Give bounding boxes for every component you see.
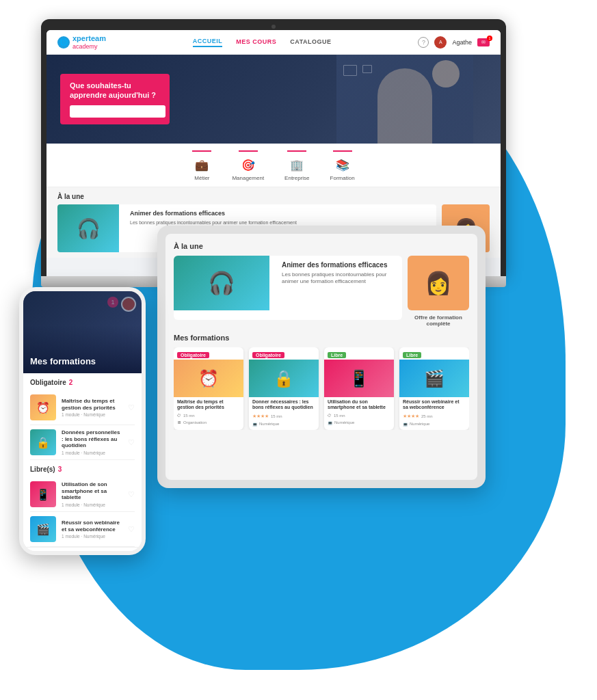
type-icon-3: 💻 (328, 420, 332, 425)
tablet-alaune-main-title: Animer des formations efficaces (282, 261, 397, 269)
phone-course-meta-3: 1 module · Numérique (62, 502, 122, 507)
phone-screen: 1 Mes formations Obligatoire 2 (23, 291, 142, 551)
user-name: Agathe (452, 39, 472, 46)
entreprise-icon: 🏢 (287, 157, 306, 173)
type-icon-2: 💻 (252, 422, 257, 427)
phone-video-icon: 🎬 (36, 523, 50, 536)
tablet-headphone-icon: 🎧 (208, 270, 235, 296)
mail-badge: 1 (487, 36, 492, 41)
metier-label: Métier (194, 175, 209, 181)
help-icon[interactable]: ? (418, 37, 429, 48)
phone-thumb-3: 📱 (30, 481, 56, 507)
phone-course-info-4: Réussir son webinaire et sa webconférenc… (62, 520, 122, 539)
phone-course-item-1[interactable]: ⏰ Maîtrise du temps et gestion des prior… (30, 390, 135, 425)
management-icon: 🎯 (239, 157, 258, 173)
phone-course-meta-2: 1 module · Numérique (62, 450, 122, 455)
type-icon-4: 💻 (403, 422, 408, 427)
laptop-camera (271, 25, 276, 29)
tablet-course-card-1[interactable]: Obligatoire ⏰ Maîtrise du temps et gesti… (174, 347, 243, 430)
heart-icon-3[interactable]: ♡ (128, 490, 135, 499)
category-entreprise[interactable]: 🏢 Entreprise (284, 150, 309, 181)
tablet-course-card-3[interactable]: Libre 📱 Utilisation du son smartphone et… (324, 347, 394, 430)
mail-icon[interactable]: ✉1 (477, 38, 490, 46)
course-img-2: 🔒 (249, 360, 319, 397)
alaune-main-image: 🎧 (57, 204, 119, 252)
category-management[interactable]: 🎯 Management (232, 150, 264, 181)
laptop-menu: ACCUEIL MES COURS CATALOGUE (193, 38, 332, 47)
category-metier[interactable]: 💼 Métier (192, 150, 211, 181)
tablet-alaune-text: Animer des formations efficaces Les bonn… (276, 256, 402, 320)
clock-3: ⏱ (328, 414, 332, 418)
phone-obligatoire-section: Obligatoire 2 ⏰ Maîtrise du temps et ges… (23, 373, 142, 460)
phone-device: 1 Mes formations Obligatoire 2 (19, 287, 146, 555)
course-title-4: Réussir son webinaire et sa webconférenc… (399, 397, 469, 412)
tablet-course-card-4[interactable]: Libre 🎬 Réussir son webinaire et sa webc… (399, 347, 469, 430)
course-meta-2: ★★★★ 15 mn (249, 412, 319, 420)
stars-2: ★★★★ (252, 414, 269, 419)
phone-course-title-1: Maîtrise du temps et gestion des priorit… (62, 398, 122, 411)
nav-catalogue[interactable]: CATALOGUE (290, 38, 331, 46)
clock-small-icon: ⏱ (177, 414, 181, 418)
course-meta-4: ★★★★ 25 mn (399, 412, 469, 420)
phone-thumb-2: 🔒 (30, 429, 56, 455)
course-img-1: ⏰ (174, 360, 243, 397)
course-type-2: 💻 Numérique (249, 420, 319, 430)
hero-content: Que souhaites-tu apprendre aujourd'hui ? (60, 74, 170, 125)
course-meta-1: ⏱ 15 mn (174, 412, 243, 419)
tablet-alaune-image: 🎧 (174, 256, 269, 310)
phone-thumb-1: ⏰ (30, 394, 56, 420)
entreprise-label: Entreprise (284, 175, 309, 181)
course-meta-3: ⏱ 15 mn (324, 412, 394, 419)
phone-course-item-4[interactable]: 🎬 Réussir son webinaire et sa webconfére… (30, 512, 135, 547)
phone-course-info-3: Utilisation de son smartphone et sa tabl… (62, 481, 122, 507)
heart-icon-2[interactable]: ♡ (128, 438, 135, 447)
hero-search-bar[interactable] (70, 105, 165, 118)
user-avatar: A (434, 36, 447, 49)
nav-right: ? A Agathe ✉1 (418, 36, 490, 49)
phone-course-meta-4: 1 module · Numérique (62, 534, 122, 539)
phone-obligatoire-count: 2 (69, 379, 73, 386)
phone-mobile-icon: 📱 (36, 488, 50, 501)
phone-content-area: Obligatoire 2 ⏰ Maîtrise du temps et ges… (23, 373, 142, 547)
phone-clock-icon: ⏰ (36, 401, 50, 414)
tablet-side-image: 👩 (408, 256, 469, 310)
phone-course-title-4: Réussir son webinaire et sa webconférenc… (62, 520, 122, 533)
category-line (333, 150, 352, 152)
tablet-course-card-2[interactable]: Obligatoire 🔒 Donner nécessaires : les b… (249, 347, 319, 430)
heart-icon-1[interactable]: ♡ (128, 403, 135, 412)
tablet-side-column: 👩 Offre de formation complète (408, 256, 469, 327)
phone-libre-label: Libre(s) (30, 466, 55, 473)
course-img-4: 🎬 (399, 360, 469, 397)
stars-4: ★★★★ (403, 414, 419, 419)
tablet-alaune-title: À la une (174, 242, 469, 250)
course-type-4: 💻 Numérique (399, 420, 469, 430)
nav-mes-cours[interactable]: MES COURS (236, 38, 276, 46)
alaune-main-title: Animer des formations efficaces (130, 210, 431, 217)
tablet-screen: À la une 🎧 Animer des formations efficac… (165, 234, 477, 480)
shield-icon: 🔒 (274, 369, 294, 388)
badge-libre-3: Libre (328, 352, 346, 358)
phone-libre-count: 3 (58, 466, 62, 473)
formation-icon: 📚 (333, 157, 352, 173)
formation-label: Formation (330, 175, 355, 181)
phone-course-item-3[interactable]: 📱 Utilisation de son smartphone et sa ta… (30, 477, 135, 512)
phone-course-item-2[interactable]: 🔒 Données personnelles : les bons réflex… (30, 425, 135, 460)
tablet-person-icon: 👩 (425, 270, 452, 296)
category-line (287, 150, 306, 152)
heart-icon-4[interactable]: ♡ (128, 525, 135, 534)
phone-course-meta-1: 1 module · Numérique (62, 412, 122, 417)
category-line (192, 150, 211, 152)
tablet-alaune-main[interactable]: 🎧 Animer des formations efficaces Les bo… (174, 256, 402, 320)
nav-accueil[interactable]: ACCUEIL (193, 38, 223, 47)
category-formation[interactable]: 📚 Formation (330, 150, 355, 181)
tablet-content: À la une 🎧 Animer des formations efficac… (165, 234, 477, 438)
clock-icon: ⏰ (198, 369, 219, 388)
phone-nav-bar: ⌂ Accueil 🎓 Mes formations ⚡ Mes défis ☰… (23, 547, 142, 551)
phone-course-info-1: Maîtrise du temps et gestion des priorit… (62, 398, 122, 417)
phone-frame: 1 Mes formations Obligatoire 2 (19, 287, 146, 555)
tablet-mes-formations-title: Mes formations (174, 334, 469, 342)
phone-libre-section: Libre(s) 3 📱 Utilisation de son smartpho… (23, 460, 142, 547)
management-label: Management (232, 175, 264, 181)
laptop-hero: Que souhaites-tu apprendre aujourd'hui ? (47, 55, 501, 144)
phone-libre-header: Libre(s) 3 (30, 466, 135, 473)
